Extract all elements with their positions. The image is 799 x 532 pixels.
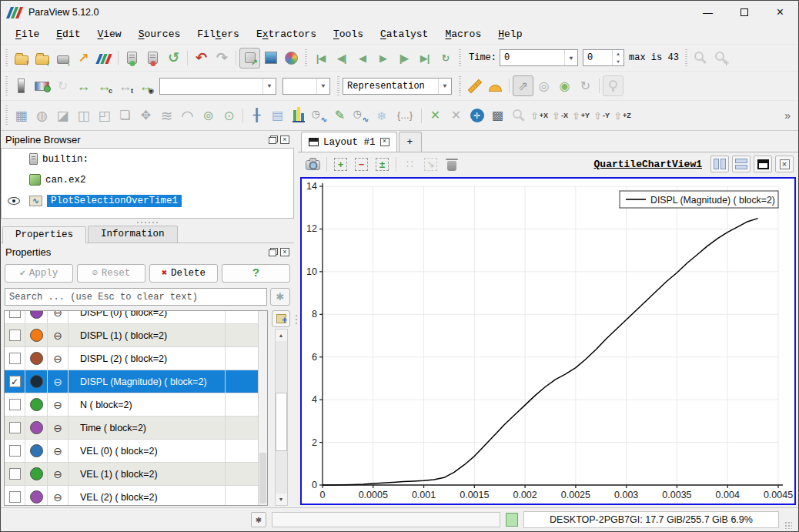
spin-up-icon[interactable]: ▲: [613, 50, 623, 58]
set-view-minus-y-icon[interactable]: ⇧-Y: [591, 105, 612, 126]
pipeline-item-builtin[interactable]: builtin:: [2, 149, 293, 169]
color-legend-visibility-icon[interactable]: [11, 75, 32, 96]
menu-file[interactable]: File: [7, 26, 48, 42]
undo-icon[interactable]: ↶: [191, 48, 212, 69]
zoom-to-box-icon[interactable]: [508, 105, 529, 126]
interactive-selection-icon[interactable]: ↘: [420, 154, 441, 175]
add-selection-icon[interactable]: +: [330, 154, 351, 175]
checkbox[interactable]: [9, 422, 21, 433]
minimize-button[interactable]: —: [690, 1, 726, 24]
connect-server-icon[interactable]: [122, 48, 142, 69]
next-frame-icon[interactable]: |▶: [393, 48, 414, 69]
toolbar-drag-handle[interactable]: [684, 49, 688, 66]
checkbox[interactable]: ✓: [9, 376, 21, 387]
histogram-icon[interactable]: [288, 105, 309, 126]
tab-properties[interactable]: Properties: [2, 226, 86, 243]
camera-orientation-axes-icon[interactable]: ⇗: [513, 75, 533, 96]
reset-center-of-rotation-icon[interactable]: ◉: [554, 75, 575, 96]
toolbar-overflow-chevron[interactable]: »: [784, 110, 791, 121]
trash-icon[interactable]: [441, 154, 462, 175]
series-color-swatch[interactable]: [30, 421, 43, 434]
eye-visibility-icon[interactable]: [8, 197, 20, 205]
threshold-icon[interactable]: ◰: [94, 105, 115, 126]
line-style-icon[interactable]: ⊖: [48, 324, 69, 346]
line-style-icon[interactable]: ⊖: [48, 393, 69, 416]
select-colors-icon[interactable]: [260, 48, 281, 69]
light-kit-icon[interactable]: [603, 75, 623, 96]
save-file-icon[interactable]: ↓: [32, 48, 52, 69]
set-view-plus-z-icon[interactable]: ⇧+Z: [612, 105, 633, 126]
calculator-icon[interactable]: ▦: [11, 105, 32, 126]
series-row[interactable]: ⊖N ( block=2): [5, 393, 258, 417]
series-scrollbar[interactable]: [258, 311, 267, 505]
redo-icon[interactable]: ↷: [212, 48, 232, 69]
toggle-selection-icon[interactable]: ±: [372, 154, 393, 175]
close-button[interactable]: ×: [762, 1, 798, 24]
checkbox[interactable]: [9, 310, 21, 318]
contour-icon[interactable]: ◍: [32, 105, 52, 126]
probe-location-icon[interactable]: ╂: [246, 105, 267, 126]
save-data-icon[interactable]: ↓: [52, 48, 73, 69]
toolbar-drag-handle[interactable]: [304, 49, 308, 66]
pick-center-of-rotation-icon[interactable]: ↻: [575, 75, 596, 96]
line-style-icon[interactable]: ⊖: [48, 370, 69, 393]
plot-over-line-icon[interactable]: ✎: [329, 105, 350, 126]
protractor-icon[interactable]: [485, 75, 506, 96]
zoom-to-data-icon[interactable]: ✕: [425, 105, 446, 126]
series-row[interactable]: ⊖VEL (1) ( block=2): [5, 463, 258, 486]
chevron-down-icon[interactable]: ▼: [564, 50, 577, 65]
ruler-icon[interactable]: [464, 75, 485, 96]
series-color-swatch[interactable]: [30, 329, 43, 342]
set-view-minus-x-icon[interactable]: ⇧-X: [550, 105, 570, 126]
series-color-swatch[interactable]: [30, 467, 43, 480]
choose-preset-button[interactable]: +: [272, 310, 290, 327]
plot-data-over-time-icon[interactable]: ◷∿: [350, 105, 371, 126]
rescale-to-visible-range-icon[interactable]: ↔◉: [135, 75, 156, 96]
split-vertical-button[interactable]: [732, 156, 751, 172]
close-layout-icon[interactable]: ×: [380, 138, 389, 146]
toolbar-drag-handle[interactable]: [458, 49, 462, 66]
toggle-interaction-mode-icon[interactable]: ↗: [239, 48, 260, 69]
toolbar-drag-handle[interactable]: [5, 49, 8, 66]
menu-macros[interactable]: Macros: [436, 26, 490, 42]
apply-button[interactable]: ✔Apply: [5, 264, 73, 283]
glyph-filter-icon[interactable]: ✥: [135, 105, 156, 126]
use-separate-color-map-icon[interactable]: ↻: [52, 75, 73, 96]
series-color-swatch[interactable]: [30, 310, 43, 319]
scroll-down-icon[interactable]: ▼: [276, 494, 287, 505]
open-file-icon[interactable]: ↑: [11, 48, 32, 69]
previous-frame-icon[interactable]: ◀|: [331, 48, 352, 69]
plot-selection-over-time-icon[interactable]: ◷∿: [309, 105, 329, 126]
temporal-interpolator-icon[interactable]: ❄: [371, 105, 392, 126]
series-row[interactable]: ⊖Time ( block=2): [5, 417, 258, 440]
paraview-logo-icon[interactable]: [94, 48, 115, 69]
maximize-button[interactable]: [726, 1, 762, 24]
maximize-view-button[interactable]: [754, 156, 772, 172]
clip-icon[interactable]: ◪: [52, 105, 73, 126]
undock-icon[interactable]: [269, 248, 278, 256]
rescale-to-custom-range-icon[interactable]: ↔c: [94, 75, 115, 96]
stream-tracer-icon[interactable]: ≋: [156, 105, 177, 126]
color-palette-icon[interactable]: [281, 48, 302, 69]
set-view-plus-y-icon[interactable]: ⇧+Y: [570, 105, 591, 126]
line-style-icon[interactable]: ⊖: [48, 486, 69, 506]
scroll-up-icon[interactable]: ▲: [276, 330, 287, 341]
series-row[interactable]: ⊖DISPL (0) ( block=2): [5, 310, 258, 324]
checkbox[interactable]: [9, 353, 21, 364]
tab-information[interactable]: Information: [88, 226, 178, 243]
menu-view[interactable]: View: [89, 26, 129, 42]
pipeline-item-plotselectionovertime1[interactable]: ∿PlotSelectionOverTime1: [2, 190, 293, 211]
zoom-magnifier-icon[interactable]: [690, 48, 711, 69]
zoom-magnifier-plus-icon[interactable]: [711, 48, 732, 69]
menu-filters[interactable]: Filters: [189, 26, 248, 42]
layout-tab[interactable]: Layout #1 ×: [301, 132, 397, 152]
find-data-icon[interactable]: ▤: [267, 105, 288, 126]
zoom-closest-to-data-icon[interactable]: ✕: [446, 105, 466, 126]
menu-help[interactable]: Help: [490, 26, 530, 42]
series-row[interactable]: ⊖VEL (0) ( block=2): [5, 440, 258, 463]
menu-tools[interactable]: Tools: [325, 26, 372, 42]
rescale-over-time-icon[interactable]: ↔t: [115, 75, 135, 96]
split-horizontal-button[interactable]: [710, 156, 729, 172]
last-frame-icon[interactable]: ▶|: [414, 48, 435, 69]
abort-button[interactable]: ✱: [251, 512, 266, 527]
